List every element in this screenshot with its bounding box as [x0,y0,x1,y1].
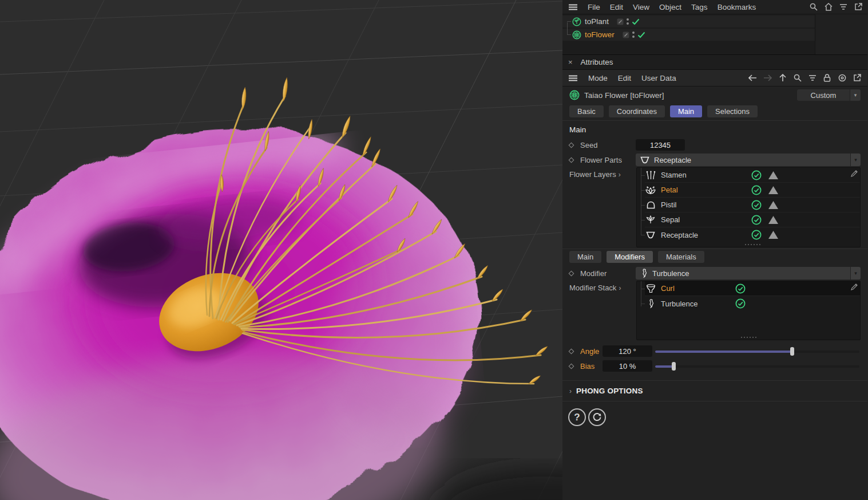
tab-selections[interactable]: Selections [707,105,758,117]
object-row-toflower[interactable]: toFlower [562,29,815,41]
visibility-dots-icon[interactable] [632,32,635,38]
menu-file[interactable]: File [588,3,600,11]
flower-layers-label[interactable]: Flower Layers [569,170,616,179]
layer-row-receptacle[interactable]: Receptacle [645,227,860,242]
list-resize-handle[interactable] [637,335,860,340]
angle-slider-handle[interactable] [790,347,794,356]
triangle-icon[interactable] [768,216,778,224]
3d-viewport[interactable] [0,0,562,500]
object-header: Taiao Flower [toFlower] Custom ▾ [562,86,867,104]
key-diamond-icon[interactable] [569,363,574,369]
tab-coordinates[interactable]: Coordinates [609,105,665,117]
flower-icon [569,90,580,100]
visibility-dots-icon[interactable] [627,18,629,25]
popout-icon[interactable] [853,2,863,12]
object-name[interactable]: toFlower [585,30,615,39]
triangle-icon[interactable] [768,201,778,209]
menu-edit[interactable]: Edit [618,74,631,82]
filter-icon[interactable] [838,2,848,12]
chevron-down-icon[interactable]: ▾ [850,89,861,101]
back-arrow-icon[interactable] [748,73,758,83]
tab-main[interactable]: Main [670,105,702,117]
object-row-toplant[interactable]: toPlant [562,15,815,27]
seed-input[interactable]: 12345 [636,139,685,151]
popout-icon[interactable] [852,73,862,83]
lock-icon[interactable] [822,73,832,83]
focus-icon[interactable] [837,73,847,83]
enabled-check-icon[interactable] [751,185,762,195]
enabled-check-icon[interactable] [751,170,762,180]
enabled-check-icon[interactable] [632,18,640,25]
close-icon[interactable]: × [568,58,573,66]
layer-row-sepal[interactable]: Sepal [645,212,860,227]
bias-slider-handle[interactable] [672,362,676,371]
menu-object[interactable]: Object [659,3,681,11]
menu-tags[interactable]: Tags [691,3,708,11]
menu-edit[interactable]: Edit [610,3,623,11]
bias-input[interactable]: 10 % [603,360,652,372]
reset-icon[interactable] [588,408,606,426]
phong-options-section[interactable]: › PHONG OPTIONS [562,380,867,401]
tab-materials[interactable]: Materials [658,251,704,263]
edit-pencil-icon[interactable] [850,283,858,291]
triangle-icon[interactable] [768,186,778,194]
chevron-right-icon[interactable]: › [619,284,621,292]
flower-parts-dropdown[interactable]: Receptacle ▾ [636,153,861,166]
bias-slider[interactable] [655,362,859,371]
help-icon[interactable]: ? [568,408,586,426]
menu-view[interactable]: View [633,3,649,11]
triangle-icon[interactable] [768,171,778,179]
chevron-right-icon[interactable]: › [619,171,621,179]
preset-dropdown[interactable]: Custom ▾ [797,89,861,101]
chevron-down-icon[interactable]: ▾ [851,153,861,166]
modifier-dropdown[interactable]: Turbulence ▾ [636,267,861,279]
edit-pencil-icon[interactable] [850,170,858,178]
key-diamond-icon[interactable] [569,157,574,163]
filter-icon[interactable] [807,73,817,83]
modifier-stack-label[interactable]: Modifier Stack [569,284,616,292]
key-diamond-icon[interactable] [569,348,574,354]
tab-main[interactable]: Main [569,251,601,263]
enabled-check-icon[interactable] [751,200,762,210]
panel-menu-icon[interactable] [568,2,578,12]
layer-name: Receptacle [661,231,735,239]
search-icon[interactable] [808,2,818,12]
menu-mode[interactable]: Mode [588,74,608,82]
object-name[interactable]: toPlant [585,17,609,26]
layer-row-petal[interactable]: Petal [645,183,860,198]
stack-row-curl[interactable]: Curl [645,281,860,296]
preset-value[interactable]: Custom [797,89,850,101]
layer-row-pistil[interactable]: Pistil [645,198,860,212]
enabled-check-icon[interactable] [637,32,645,38]
key-diamond-icon[interactable] [569,270,574,276]
panel-title: Attributes [581,58,613,66]
modifier-value: Turbulence [652,269,689,278]
home-icon[interactable] [823,2,833,12]
layer-edit-icon[interactable] [623,32,629,38]
layer-edit-icon[interactable] [617,18,624,25]
enabled-check-icon[interactable] [751,215,762,225]
modifier-label: Modifier [580,269,636,278]
tab-modifiers[interactable]: Modifiers [607,251,653,263]
stack-row-turbulence[interactable]: Turbulence [645,296,860,311]
enabled-check-icon[interactable] [735,284,746,294]
angle-slider[interactable] [655,347,859,356]
list-resize-handle[interactable] [645,242,860,247]
phong-options-label: PHONG OPTIONS [576,387,643,395]
chevron-down-icon[interactable]: ▾ [851,267,861,279]
up-arrow-icon[interactable] [778,73,787,83]
forward-arrow-icon[interactable] [763,73,772,83]
tab-basic[interactable]: Basic [569,105,604,117]
angle-input[interactable]: 120 ° [603,345,652,357]
enabled-check-icon[interactable] [751,230,762,240]
key-diamond-icon[interactable] [569,142,574,148]
chevron-right-icon[interactable]: › [569,387,572,395]
panel-menu-icon[interactable] [568,73,578,83]
stamen-icon [645,170,656,180]
search-icon[interactable] [792,73,802,83]
layer-row-stamen[interactable]: Stamen [645,168,860,183]
triangle-icon[interactable] [768,231,778,239]
menu-bookmarks[interactable]: Bookmarks [718,3,756,11]
enabled-check-icon[interactable] [735,298,746,309]
menu-user-data[interactable]: User Data [641,74,676,82]
